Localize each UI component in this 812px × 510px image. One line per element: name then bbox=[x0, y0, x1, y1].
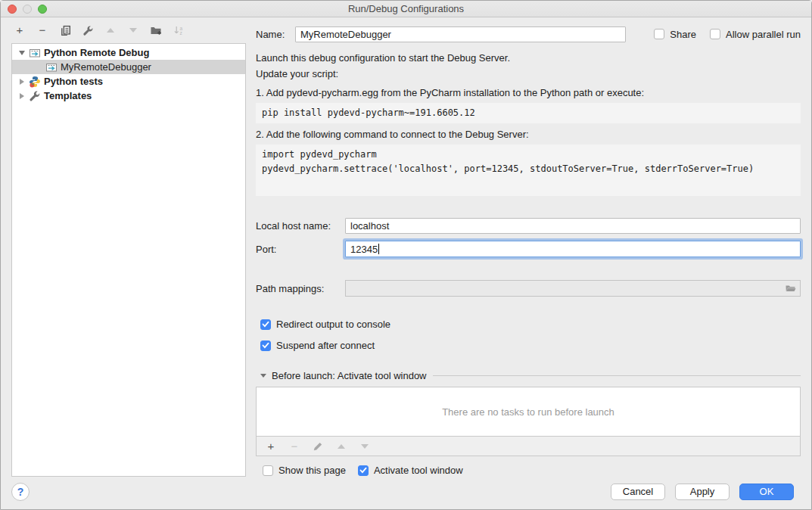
move-down-icon bbox=[361, 444, 369, 449]
suspend-after-connect-label: Suspend after connect bbox=[276, 340, 375, 351]
tree-item-python-tests[interactable]: Python tests bbox=[12, 74, 245, 89]
task-list-toolbar: + − bbox=[256, 437, 801, 456]
copy-icon bbox=[60, 25, 71, 36]
tree-item-templates[interactable]: Templates bbox=[12, 89, 245, 103]
port-input[interactable]: 12345 bbox=[345, 241, 801, 257]
move-task-up-button[interactable] bbox=[335, 440, 347, 452]
checkbox-unchecked-icon bbox=[710, 29, 720, 39]
local-host-name-label: Local host name: bbox=[256, 220, 345, 232]
apply-button[interactable]: Apply bbox=[675, 484, 730, 500]
before-launch-task-list: There are no tasks to run before launch bbox=[256, 387, 801, 437]
cancel-button[interactable]: Cancel bbox=[611, 484, 665, 500]
add-icon: + bbox=[268, 440, 275, 452]
wrench-icon bbox=[29, 90, 41, 102]
help-button[interactable]: ? bbox=[11, 483, 30, 501]
settrace-code: import pydevd_pycharmpydevd_pycharm.sett… bbox=[256, 145, 801, 196]
activate-tool-window-label: Activate tool window bbox=[374, 465, 463, 476]
redirect-output-checkbox[interactable]: Redirect output to console bbox=[260, 319, 801, 330]
path-mappings-label: Path mappings: bbox=[256, 283, 345, 294]
new-folder-button[interactable] bbox=[150, 24, 162, 36]
checkbox-checked-icon bbox=[358, 465, 369, 476]
window-title: Run/Debug Configurations bbox=[1, 3, 811, 14]
path-mappings-input[interactable] bbox=[345, 280, 801, 297]
no-tasks-message: There are no tasks to run before launch bbox=[442, 406, 614, 418]
copy-configuration-button[interactable] bbox=[59, 24, 71, 36]
tree-item-label: MyRemoteDebugger bbox=[61, 61, 151, 73]
title-bar: Run/Debug Configurations bbox=[1, 1, 811, 17]
intro-line-1: Launch this debug configuration to start… bbox=[256, 50, 801, 66]
ok-button[interactable]: OK bbox=[739, 484, 794, 500]
move-task-down-button[interactable] bbox=[359, 440, 371, 452]
move-down-icon bbox=[129, 28, 137, 33]
name-input[interactable] bbox=[295, 26, 626, 42]
move-up-icon bbox=[107, 28, 114, 33]
sort-configurations-button[interactable]: az bbox=[173, 24, 185, 36]
dialog-footer: ? Cancel Apply OK bbox=[1, 477, 811, 509]
local-host-name-input[interactable] bbox=[345, 218, 801, 234]
new-folder-icon bbox=[150, 24, 162, 36]
chevron-down-icon bbox=[260, 374, 266, 378]
wrench-icon bbox=[82, 25, 94, 36]
edit-task-button[interactable] bbox=[312, 440, 324, 452]
svg-text:z: z bbox=[179, 30, 182, 36]
tree-item-python-remote-debug[interactable]: Python Remote Debug bbox=[12, 45, 245, 60]
intro-line-2: Update your script: bbox=[256, 66, 801, 82]
tree-item-label: Python Remote Debug bbox=[44, 47, 149, 58]
configurations-sidebar: + − az Python Remote Debug bbox=[1, 18, 251, 509]
code-line-1: import pydevd_pycharm bbox=[262, 148, 795, 162]
tree-item-label: Python tests bbox=[44, 76, 103, 87]
add-task-button[interactable]: + bbox=[265, 440, 277, 452]
show-this-page-label: Show this page bbox=[278, 465, 346, 476]
remote-debug-icon bbox=[29, 47, 41, 59]
share-checkbox[interactable]: Share bbox=[654, 29, 696, 40]
chevron-right-icon bbox=[20, 79, 24, 85]
chevron-down-icon bbox=[19, 51, 25, 55]
show-this-page-checkbox[interactable]: Show this page bbox=[263, 465, 346, 476]
run-debug-configurations-dialog: Run/Debug Configurations + − az bbox=[0, 0, 812, 510]
checkbox-checked-icon bbox=[260, 341, 271, 351]
sort-alpha-icon: az bbox=[173, 25, 185, 36]
checkbox-checked-icon bbox=[260, 319, 271, 330]
allow-parallel-run-label: Allow parallel run bbox=[726, 29, 801, 40]
share-label: Share bbox=[670, 29, 696, 40]
remote-debug-icon bbox=[45, 61, 58, 73]
pencil-icon bbox=[313, 441, 323, 452]
before-launch-section-header[interactable]: Before launch: Activate tool window bbox=[256, 370, 801, 381]
before-launch-title: Before launch: Activate tool window bbox=[272, 370, 427, 381]
port-label: Port: bbox=[256, 244, 345, 255]
configuration-form: Name: Share Allow parallel run Launch th… bbox=[256, 18, 801, 476]
text-cursor bbox=[378, 244, 379, 254]
section-divider bbox=[433, 375, 801, 376]
question-mark-icon: ? bbox=[17, 486, 24, 498]
add-configuration-button[interactable]: + bbox=[14, 24, 26, 36]
step-2-text: 2. Add the following command to connect … bbox=[256, 127, 801, 142]
chevron-right-icon bbox=[20, 93, 24, 99]
add-icon: + bbox=[17, 24, 23, 36]
code-line-2: pydevd_pycharm.settrace('localhost', por… bbox=[262, 162, 795, 176]
port-value: 12345 bbox=[350, 244, 378, 255]
sidebar-toolbar: + − az bbox=[1, 18, 251, 42]
suspend-after-connect-checkbox[interactable]: Suspend after connect bbox=[260, 340, 801, 351]
checkbox-unchecked-icon bbox=[654, 29, 664, 39]
tree-item-myremotedebugger[interactable]: MyRemoteDebugger bbox=[12, 60, 245, 74]
remove-configuration-button[interactable]: − bbox=[36, 24, 48, 36]
remove-icon: − bbox=[291, 440, 298, 452]
move-up-button[interactable] bbox=[104, 24, 117, 36]
activate-tool-window-checkbox[interactable]: Activate tool window bbox=[358, 465, 463, 476]
move-up-icon bbox=[338, 444, 345, 449]
move-down-button[interactable] bbox=[127, 24, 139, 36]
checkbox-unchecked-icon bbox=[263, 465, 273, 476]
name-label: Name: bbox=[256, 29, 295, 40]
browse-folder-icon[interactable] bbox=[785, 282, 797, 294]
python-tests-icon bbox=[29, 76, 41, 88]
pip-install-code: pip install pydevd-pycharm~=191.6605.12 bbox=[256, 103, 801, 123]
configurations-tree: Python Remote Debug MyRemoteDebugger Pyt… bbox=[11, 43, 246, 477]
redirect-output-label: Redirect output to console bbox=[276, 319, 390, 330]
step-1-text: 1. Add pydevd-pycharm.egg from the PyCha… bbox=[256, 86, 801, 101]
edit-templates-button[interactable] bbox=[82, 24, 94, 36]
remove-task-button[interactable]: − bbox=[288, 440, 300, 452]
tree-item-label: Templates bbox=[44, 90, 92, 101]
remove-icon: − bbox=[39, 24, 46, 36]
allow-parallel-run-checkbox[interactable]: Allow parallel run bbox=[710, 29, 801, 40]
